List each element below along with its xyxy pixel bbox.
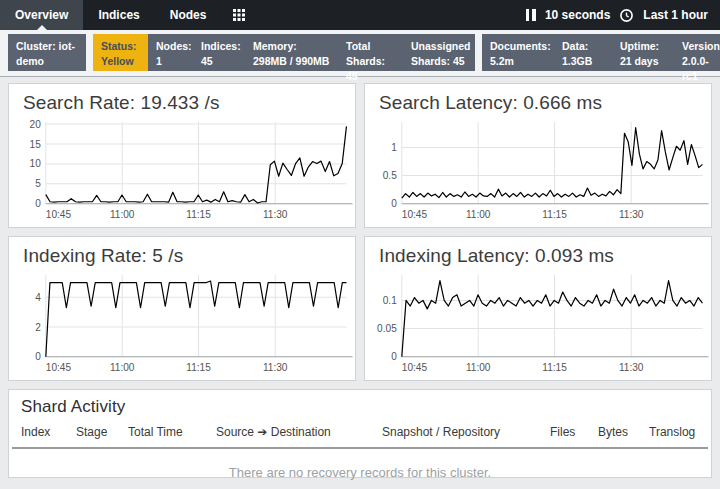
svg-text:0.5: 0.5 — [383, 170, 397, 181]
panel-title: Indexing Rate: 5 /s — [23, 245, 355, 267]
page: Overview Indices Nodes 10 seconds — [0, 0, 720, 489]
indexing-rate-panel: Indexing Rate: 5 /s 02410:4511:0011:1511… — [8, 236, 356, 381]
shard-column: Stage — [76, 425, 128, 439]
indices-cell: Indices: 45 — [193, 34, 245, 71]
clock-icon[interactable] — [619, 8, 634, 23]
svg-text:10:45: 10:45 — [46, 209, 72, 220]
svg-text:11:00: 11:00 — [466, 362, 491, 373]
shard-column: Index — [21, 425, 76, 439]
memory-cell: Memory: 298MB / 990MB — [245, 34, 338, 71]
panel-title: Indexing Latency: 0.093 ms — [379, 245, 711, 267]
svg-text:0: 0 — [391, 198, 397, 209]
svg-text:11:30: 11:30 — [619, 209, 644, 220]
nav-tabs: Overview Indices Nodes — [0, 0, 257, 30]
shard-activity-title: Shard Activity — [21, 397, 711, 417]
empty-message: There are no recovery records for this c… — [9, 449, 711, 489]
time-range[interactable]: Last 1 hour — [643, 8, 708, 22]
svg-text:10:45: 10:45 — [46, 362, 72, 373]
indexing-latency-panel: Indexing Latency: 0.093 ms 00.050.110:45… — [364, 236, 712, 381]
svg-text:0: 0 — [35, 198, 41, 209]
svg-text:11:15: 11:15 — [542, 362, 567, 373]
svg-text:11:15: 11:15 — [542, 209, 567, 220]
data-cell: Data: 1.3GB — [554, 34, 612, 71]
svg-text:11:00: 11:00 — [110, 209, 135, 220]
unassigned-shards-cell: Unassigned Shards: 45 — [403, 34, 475, 71]
svg-text:11:00: 11:00 — [466, 209, 491, 220]
tab-nodes[interactable]: Nodes — [155, 0, 222, 30]
top-navbar: Overview Indices Nodes 10 seconds — [0, 0, 720, 30]
status-group: Status: YellowNodes: 1Indices: 45Memory:… — [93, 34, 475, 71]
svg-text:20: 20 — [30, 119, 42, 130]
tab-indices[interactable]: Indices — [83, 0, 154, 30]
shard-column: Snapshot / Repository — [382, 425, 550, 439]
shard-column: Source ➔ Destination — [216, 425, 382, 439]
svg-text:11:15: 11:15 — [186, 362, 211, 373]
svg-text:11:00: 11:00 — [110, 362, 135, 373]
search-latency-panel: Search Latency: 0.666 ms 00.5110:4511:00… — [364, 83, 712, 228]
nodes-cell: Nodes: 1 — [148, 34, 193, 71]
svg-text:2: 2 — [35, 322, 41, 333]
status-cell: Status: Yellow — [93, 34, 148, 71]
svg-text:10:45: 10:45 — [402, 209, 428, 220]
shard-activity-panel: Shard Activity IndexStageTotal TimeSourc… — [8, 389, 712, 478]
version-cell: Version: 2.0.0-rc1 — [674, 34, 720, 71]
cluster-summary-bar: Cluster: iot-demo Status: YellowNodes: 1… — [0, 30, 720, 77]
refresh-interval[interactable]: 10 seconds — [545, 8, 610, 22]
shard-column: Translog — [649, 425, 695, 439]
svg-text:5: 5 — [35, 178, 41, 189]
search-rate-chart: 0510152010:4511:0011:1511:30 — [9, 115, 353, 228]
shard-column: Files — [550, 425, 598, 439]
uptime-cell: Uptime: 21 days — [612, 34, 674, 71]
pause-icon[interactable] — [526, 9, 536, 21]
shard-column: Bytes — [598, 425, 649, 439]
charts-grid: Search Rate: 19.433 /s 0510152010:4511:0… — [8, 83, 712, 381]
svg-text:10:45: 10:45 — [402, 362, 428, 373]
panel-title: Search Latency: 0.666 ms — [379, 92, 711, 114]
search-rate-panel: Search Rate: 19.433 /s 0510152010:4511:0… — [8, 83, 356, 228]
svg-text:11:30: 11:30 — [263, 362, 288, 373]
shard-column: Total Time — [128, 425, 216, 439]
apps-grid-icon[interactable] — [221, 0, 257, 30]
total-shards-cell: Total Shards: 45 — [338, 34, 403, 71]
svg-text:0.05: 0.05 — [377, 323, 397, 334]
svg-text:10: 10 — [30, 158, 42, 169]
cluster-cell: Cluster: iot-demo — [8, 34, 86, 71]
svg-text:11:30: 11:30 — [263, 209, 288, 220]
indexing-rate-chart: 02410:4511:0011:1511:30 — [9, 268, 353, 381]
svg-text:1: 1 — [391, 142, 397, 153]
svg-text:11:30: 11:30 — [619, 362, 644, 373]
search-latency-chart: 00.5110:4511:0011:1511:30 — [365, 115, 709, 228]
stats-group: Documents: 5.2mData: 1.3GBUptime: 21 day… — [482, 34, 720, 71]
svg-text:0.1: 0.1 — [383, 295, 397, 306]
svg-text:4: 4 — [35, 292, 41, 303]
svg-text:0: 0 — [391, 351, 397, 362]
cluster-group: Cluster: iot-demo — [8, 34, 86, 71]
svg-text:15: 15 — [30, 139, 42, 150]
documents-cell: Documents: 5.2m — [482, 34, 554, 71]
shard-table-header: IndexStageTotal TimeSource ➔ Destination… — [12, 425, 708, 449]
svg-text:11:15: 11:15 — [186, 209, 211, 220]
svg-text:0: 0 — [35, 351, 41, 362]
navbar-controls: 10 seconds Last 1 hour — [526, 0, 720, 30]
panel-title: Search Rate: 19.433 /s — [23, 92, 355, 114]
indexing-latency-chart: 00.050.110:4511:0011:1511:30 — [365, 268, 709, 381]
tab-overview[interactable]: Overview — [0, 0, 83, 30]
